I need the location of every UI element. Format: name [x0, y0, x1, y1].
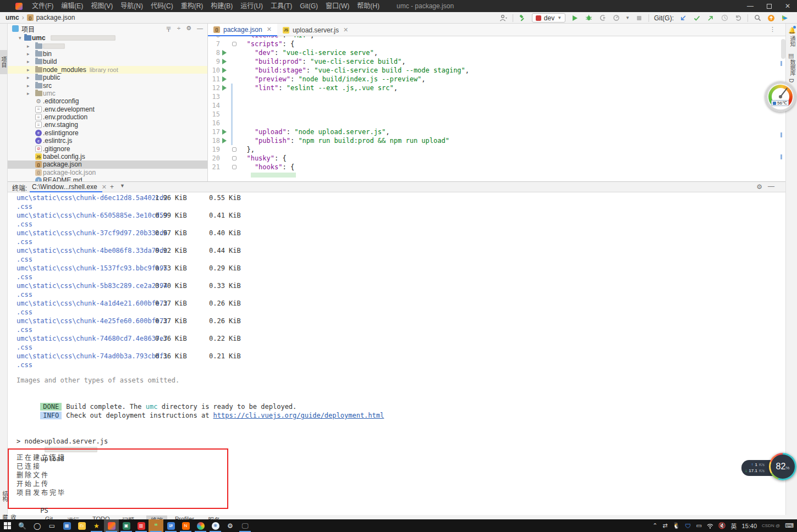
tree-row-env-production[interactable]: ≡ .env.production [8, 113, 208, 121]
photos-app-icon[interactable]: ▣ [119, 519, 134, 532]
minimize-button[interactable]: — [741, 0, 760, 12]
chevron-down-icon[interactable]: ▼ [625, 15, 630, 20]
hide-terminal-icon[interactable]: — [768, 182, 774, 190]
blue-pc-app-icon[interactable]: 🖳 [163, 519, 178, 532]
tab-package-json[interactable]: {} package.json ✕ [208, 24, 277, 36]
menu-navigate[interactable]: 导航(N) [117, 0, 147, 12]
chevron-right-icon[interactable]: ▸ [27, 75, 31, 80]
ime-indicator[interactable]: 英 [731, 522, 737, 530]
deployment-link[interactable]: https://cli.vuejs.org/guide/deployment.h… [213, 412, 384, 419]
tree-row-babel-config[interactable]: JS babel.config.js [8, 153, 208, 160]
tray-battery-icon[interactable]: ▭ [696, 522, 701, 529]
tree-row-eslintignore[interactable]: e .eslintignore [8, 129, 208, 137]
chevron-right-icon[interactable]: ▸ [27, 91, 31, 96]
tree-row-env-staging[interactable]: ≡ .env.staging [8, 121, 208, 129]
wechat-app-icon[interactable]: ❝ [149, 519, 163, 532]
tray-qq-icon[interactable]: 🐧 [673, 522, 680, 529]
fold-marker-icon[interactable] [232, 42, 237, 46]
tab-upload-server-js[interactable]: JS upload.server.js ✕ [277, 24, 354, 36]
tree-row-readme[interactable]: i README.md [8, 176, 208, 181]
tool-strip-todo[interactable]: TODO [92, 516, 110, 519]
settings-gear-icon[interactable]: ⚙ [223, 519, 238, 532]
run-script-icon[interactable] [222, 76, 227, 82]
terminal-settings-icon[interactable]: ⚙ [756, 183, 762, 191]
chevron-right-icon[interactable]: ▸ [27, 51, 31, 57]
tray-chevron-up-icon[interactable]: ⌃ [652, 522, 657, 529]
colorful-ring-app-icon[interactable] [193, 519, 208, 532]
chevron-down-icon[interactable]: ▾ [19, 35, 23, 41]
tree-row-eslintrc[interactable]: e .eslintrc.js [8, 137, 208, 145]
fold-marker-icon[interactable] [232, 156, 237, 160]
tree-row-build[interactable]: ▸ build [8, 58, 208, 65]
net-speed-widget[interactable]: ↑1K/s ↓17.1K/s 82% [741, 453, 796, 480]
tray-shield-icon[interactable]: 🛡 [685, 523, 691, 529]
flower-app-icon[interactable]: ❋ [208, 519, 223, 532]
tool-strip-git[interactable]: Git [45, 516, 53, 519]
build-hammer-icon[interactable] [518, 14, 527, 23]
coverage-button[interactable] [598, 14, 607, 23]
menu-code[interactable]: 代码(C) [147, 0, 177, 12]
history-icon[interactable] [720, 14, 729, 23]
close-tab-icon[interactable]: ✕ [267, 26, 272, 33]
expand-all-icon[interactable]: 〒 [166, 25, 172, 34]
close-tab-icon[interactable]: ✕ [343, 26, 348, 34]
database-icon[interactable]: ▤ [788, 52, 794, 59]
menu-window[interactable]: 窗口(W) [322, 0, 353, 12]
breadcrumb-file[interactable]: package.json [36, 14, 75, 21]
chevron-right-icon[interactable]: ▸ [27, 83, 31, 88]
touch-keyboard-icon[interactable]: ⌨ [785, 522, 794, 529]
git-commit-icon[interactable] [692, 14, 701, 23]
menu-tools[interactable]: 工具(T) [267, 0, 296, 12]
collapse-all-icon[interactable]: ÷ [177, 25, 180, 34]
tree-row-package-lock[interactable]: {} package-lock.json [8, 169, 208, 176]
tree-row-bin[interactable]: ▸ bin [8, 50, 208, 58]
new-terminal-icon[interactable]: + [110, 183, 114, 191]
tool-stripe-database[interactable]: 数据库 [788, 59, 796, 76]
tray-wifi-icon[interactable] [707, 523, 713, 529]
fold-marker-icon[interactable] [232, 147, 237, 152]
file-explorer-icon[interactable]: 🗀 [74, 519, 89, 532]
hide-panel-icon[interactable]: — [197, 25, 203, 34]
code-with-me-icon[interactable] [780, 14, 789, 23]
editor-scrollbar[interactable] [781, 39, 785, 59]
tray-sliders-icon[interactable]: ⇄ [662, 522, 667, 529]
menu-git[interactable]: Git(G) [296, 0, 322, 12]
panel-settings-icon[interactable]: ⚙ [186, 25, 191, 34]
tray-volume-muted-icon[interactable]: 🔇 [718, 522, 726, 529]
rollback-icon[interactable] [734, 14, 743, 23]
tool-strip-services[interactable]: 服务 [208, 516, 220, 519]
tool-strip-run[interactable]: 运行 [67, 516, 79, 519]
intellij-idea-app-icon[interactable] [104, 519, 119, 532]
cpu-temp-gauge-widget[interactable]: 56℃ [765, 81, 796, 112]
run-script-icon[interactable] [222, 138, 227, 143]
orange-n-app-icon[interactable]: N [178, 519, 193, 532]
stop-button[interactable] [635, 14, 644, 23]
close-tab-icon[interactable]: ✕ [102, 184, 107, 191]
run-script-icon[interactable] [222, 68, 227, 73]
menu-view[interactable]: 视图(V) [87, 0, 117, 12]
tab-options-kebab-icon[interactable]: ⋮ [769, 26, 776, 33]
red-app-icon[interactable]: ▥ [134, 519, 149, 532]
tree-row-editorconfig[interactable]: ⚙ .editorconfig [8, 97, 208, 105]
editor-area[interactable]: 6 "license": "MIT", 7 "scripts": { 8 "de… [208, 24, 785, 181]
chevron-right-icon[interactable]: ▸ [27, 43, 31, 49]
run-configuration-select[interactable]: dev ▼ [532, 13, 565, 23]
update-available-icon[interactable] [767, 14, 776, 23]
tree-row-umc[interactable]: ▸ umc [8, 90, 208, 97]
tool-stripe-d[interactable]: D [788, 79, 794, 82]
tool-stripe-notifications[interactable]: 通知 [788, 36, 796, 47]
search-everywhere-icon[interactable] [753, 14, 762, 23]
cortana-icon[interactable]: ◯ [30, 519, 45, 532]
tool-strip-problems[interactable]: 问题 [122, 516, 134, 519]
tool-strip-profiler[interactable]: Profiler [175, 516, 194, 519]
menu-edit[interactable]: 编辑(E) [57, 0, 87, 12]
tree-row-env-development[interactable]: ≡ .env.development [8, 106, 208, 113]
tree-row-src[interactable]: ▸ src [8, 81, 208, 89]
calculator-app-icon[interactable]: ▦ [59, 519, 74, 532]
favorites-app-icon[interactable]: ★ [89, 519, 104, 532]
breadcrumb-project[interactable]: umc [6, 14, 19, 21]
menu-refactor[interactable]: 重构(R) [177, 0, 207, 12]
tree-row-root[interactable]: ▾ umc [8, 34, 208, 42]
git-update-icon[interactable] [679, 14, 688, 23]
chevron-right-icon[interactable]: ▸ [27, 67, 31, 73]
